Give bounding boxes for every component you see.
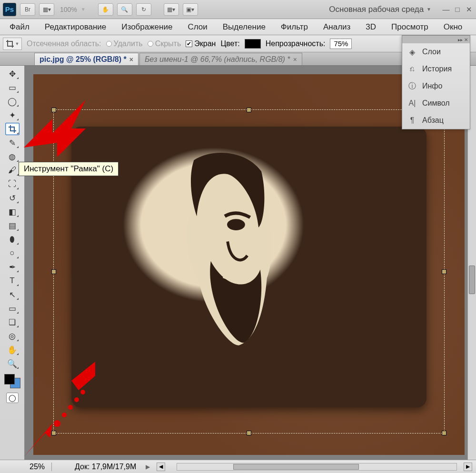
crop-handle-t[interactable] bbox=[247, 108, 251, 112]
tool-shape[interactable]: ▭ bbox=[5, 302, 20, 315]
panel-слои[interactable]: ◈Слои bbox=[402, 43, 470, 60]
panel-абзац[interactable]: ¶Абзац bbox=[402, 112, 470, 129]
hide-radio[interactable]: Скрыть bbox=[148, 39, 181, 48]
panel-label: Абзац bbox=[422, 116, 444, 125]
tool-zoom[interactable]: 🔍 bbox=[5, 357, 20, 370]
svg-marker-1 bbox=[24, 100, 86, 157]
hscroll-thumb[interactable] bbox=[233, 464, 359, 470]
quick-mask-toggle[interactable]: ◯ bbox=[6, 393, 19, 403]
maximize-button[interactable]: □ bbox=[453, 5, 462, 14]
document-info[interactable]: Док: 17,9M/17,9M bbox=[75, 463, 136, 471]
menu-3d[interactable]: 3D bbox=[358, 20, 384, 35]
menu-файл[interactable]: Файл bbox=[2, 20, 37, 35]
annotation-arrow-1 bbox=[24, 95, 90, 167]
crop-handle-b[interactable] bbox=[247, 431, 251, 435]
tool-hand[interactable]: ✋ bbox=[5, 344, 20, 356]
panel-dock-header[interactable]: ▸▸ ✕ bbox=[402, 36, 470, 43]
hand-tool-shortcut[interactable]: ✋ bbox=[98, 3, 113, 16]
close-button[interactable]: ✕ bbox=[465, 5, 473, 14]
tool-3dcam[interactable]: ◎ bbox=[5, 330, 20, 342]
tool-path[interactable]: ↖ bbox=[5, 288, 20, 301]
panel-label: Инфо bbox=[422, 82, 442, 90]
scroll-right-button[interactable]: ▶ bbox=[464, 463, 472, 471]
tool-lasso[interactable]: ◯ bbox=[5, 95, 20, 108]
chevron-down-icon: ▼ bbox=[426, 7, 431, 12]
document-tab-active[interactable]: pic.jpg @ 25% (RGB/8) *× bbox=[34, 53, 139, 65]
tool-eyedrop[interactable]: ✎ bbox=[5, 137, 20, 149]
menu-редактирование[interactable]: Редактирование bbox=[37, 20, 114, 35]
zoom-display: 100% bbox=[60, 6, 77, 13]
svg-point-8 bbox=[80, 390, 85, 394]
svg-point-6 bbox=[68, 405, 73, 410]
zoom-level[interactable]: 25% bbox=[30, 463, 45, 471]
arrange-button[interactable]: ▦▾ bbox=[164, 3, 179, 16]
tool-3d[interactable]: ❏ bbox=[5, 316, 20, 328]
panel-история[interactable]: ⎌История bbox=[402, 60, 470, 78]
menu-выделение[interactable]: Выделение bbox=[215, 20, 273, 35]
document-tab-inactive[interactable]: Без имени-1 @ 66,7% (надпись, RGB/8) *× bbox=[139, 53, 302, 65]
foreground-background-colors[interactable] bbox=[4, 374, 20, 388]
close-icon[interactable]: × bbox=[129, 56, 133, 63]
tool-type[interactable]: T bbox=[5, 275, 20, 287]
menu-окно[interactable]: Окно bbox=[436, 20, 470, 35]
crop-options-icon[interactable]: ▼ bbox=[3, 38, 22, 50]
tool-marquee[interactable]: ▭ bbox=[5, 81, 20, 94]
opacity-label: Непрозрачность: bbox=[266, 39, 326, 48]
tool-stamp[interactable]: ⛶ bbox=[5, 178, 20, 190]
color-label: Цвет: bbox=[220, 39, 239, 48]
panel-инфо[interactable]: ⓘИнфо bbox=[402, 78, 470, 95]
menu-изображение[interactable]: Изображение bbox=[114, 20, 180, 35]
svg-point-5 bbox=[62, 413, 67, 417]
tool-brush[interactable]: 🖌 bbox=[5, 164, 20, 177]
panel-символ[interactable]: A|Символ bbox=[402, 95, 470, 112]
tool-heal[interactable]: ◍ bbox=[5, 150, 20, 163]
tool-history-brush[interactable]: ↺ bbox=[5, 192, 20, 204]
bridge-button[interactable]: Br bbox=[20, 3, 35, 16]
screen-mode-button[interactable]: ▣▾ bbox=[183, 3, 198, 16]
tool-dodge[interactable]: ○ bbox=[5, 247, 20, 259]
title-bar: Ps Br ▦▾ 100% ▼ ✋ 🔍 ↻ ▦▾ ▣▾ Основная раб… bbox=[0, 0, 476, 19]
opacity-input[interactable]: 75% bbox=[330, 39, 352, 49]
horizontal-scrollbar[interactable] bbox=[177, 463, 457, 471]
tool-tooltip: Инструмент "Рамка" (C) bbox=[19, 162, 119, 176]
tool-crop[interactable] bbox=[5, 123, 20, 135]
tool-wand[interactable]: ✦ bbox=[5, 109, 20, 121]
menu-спра[interactable]: Спра bbox=[470, 20, 476, 35]
scrollbar-thumb[interactable] bbox=[469, 266, 475, 294]
photoshop-logo: Ps bbox=[3, 3, 16, 16]
mb-button[interactable]: ▦▾ bbox=[39, 3, 54, 16]
shield-color-swatch[interactable] bbox=[245, 39, 261, 49]
svg-point-7 bbox=[74, 397, 79, 402]
menu-анализ[interactable]: Анализ bbox=[316, 20, 358, 35]
screen-checkbox[interactable]: ✔Экран bbox=[186, 39, 216, 48]
delete-radio[interactable]: Удалить bbox=[106, 39, 143, 48]
crop-marquee[interactable] bbox=[53, 109, 445, 434]
panel-icon: ⎌ bbox=[407, 64, 417, 74]
menu-просмотр[interactable]: Просмотр bbox=[384, 20, 436, 35]
crop-handle-r[interactable] bbox=[442, 269, 446, 274]
zoom-tool-shortcut[interactable]: 🔍 bbox=[117, 3, 132, 16]
svg-point-4 bbox=[54, 420, 60, 427]
menu-слои[interactable]: Слои bbox=[180, 20, 215, 35]
panel-label: Символ bbox=[422, 99, 450, 108]
panel-icon: ¶ bbox=[407, 115, 417, 126]
info-dropdown-icon[interactable]: ▶ bbox=[146, 463, 150, 470]
crop-handle-l[interactable] bbox=[51, 269, 56, 274]
menu-фильтр[interactable]: Фильтр bbox=[273, 20, 316, 35]
scroll-left-button[interactable]: ◀ bbox=[157, 463, 165, 471]
tool-move[interactable]: ✥ bbox=[5, 68, 20, 80]
minimize-button[interactable]: — bbox=[442, 5, 450, 14]
tool-blur[interactable]: ⬮ bbox=[5, 233, 20, 246]
close-icon[interactable]: × bbox=[293, 56, 297, 63]
tools-panel: ✥▭◯✦✎◍🖌⛶↺◧▤⬮○✒T↖▭❏◎✋🔍◯ bbox=[0, 66, 25, 460]
rotate-view-shortcut[interactable]: ↻ bbox=[136, 3, 151, 16]
svg-marker-3 bbox=[71, 362, 95, 390]
svg-marker-2 bbox=[24, 424, 52, 457]
workspace-switcher[interactable]: Основная рабочая среда▼ bbox=[329, 5, 431, 14]
panel-icon: A| bbox=[407, 98, 417, 108]
panel-dock: ▸▸ ✕ ◈Слои⎌ИсторияⓘИнфоA|Символ¶Абзац bbox=[402, 35, 470, 129]
tool-pen[interactable]: ✒ bbox=[5, 261, 20, 273]
tool-gradient[interactable]: ▤ bbox=[5, 219, 20, 232]
crop-handle-br[interactable] bbox=[442, 431, 446, 435]
tool-eraser[interactable]: ◧ bbox=[5, 206, 20, 218]
